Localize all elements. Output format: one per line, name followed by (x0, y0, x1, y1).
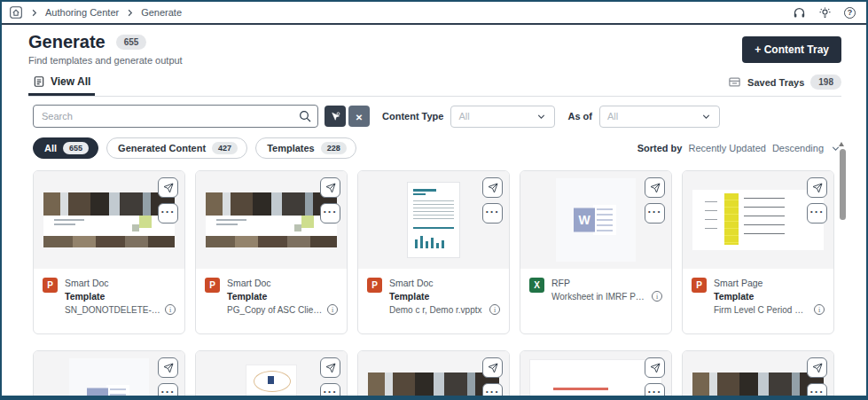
more-options-button[interactable] (320, 383, 340, 400)
thumbnail (368, 373, 499, 400)
filter-pill-all[interactable]: All 655 (33, 137, 98, 159)
ellipsis-icon (648, 387, 662, 400)
idea-icon[interactable] (818, 6, 832, 20)
breadcrumb-authoring-center[interactable]: Authoring Center (45, 7, 119, 18)
home-icon[interactable] (9, 5, 23, 20)
card-grid: P Smart Doc Template SN_DONOTDELETE-KJ_A… (33, 170, 866, 400)
file-type-icon: P (205, 278, 220, 293)
send-to-tray-button[interactable] (482, 357, 503, 378)
pill-label: All (44, 143, 57, 153)
search-input[interactable] (33, 105, 318, 128)
file-row: SN_DONOTDELETE-KJ_ASC Client R... (65, 304, 176, 315)
template-card[interactable] (357, 350, 510, 400)
thumbnail (692, 373, 824, 400)
tabs-row: View All Saved Trays 198 (28, 75, 841, 97)
filter-pill-templates[interactable]: Templates 228 (255, 137, 356, 159)
ellipsis-icon (161, 207, 176, 220)
send-to-tray-button[interactable] (482, 177, 503, 198)
thumbnail-area (683, 351, 833, 400)
headset-icon[interactable] (793, 6, 806, 20)
chevron-right-icon (125, 8, 135, 18)
card-actions (320, 177, 340, 224)
info-icon[interactable] (814, 304, 825, 315)
more-options-button[interactable] (158, 203, 178, 224)
card-actions (482, 177, 503, 224)
send-to-tray-button[interactable] (807, 357, 827, 378)
thumbnail (43, 192, 175, 247)
more-options-button[interactable] (807, 203, 827, 224)
thumbnail (246, 365, 296, 400)
paper-plane-icon (163, 363, 174, 373)
content-type-dropdown[interactable]: All (450, 106, 555, 128)
breadcrumb-bar: Authoring Center Generate (2, 2, 866, 25)
help-icon[interactable] (844, 7, 856, 19)
card-text: Smart Doc Template PG_Copy of ASC Client… (227, 278, 338, 315)
more-options-button[interactable] (482, 383, 503, 400)
sort-control[interactable]: Sorted by Recently Updated Descending (637, 143, 841, 154)
card-info: P Smart Doc Template SN_DONOTDELETE-KJ_A… (34, 269, 184, 322)
more-options-button[interactable] (158, 383, 178, 400)
template-card[interactable] (682, 350, 834, 400)
file-row: Firm Level C Period Commentary.pptx (714, 304, 825, 315)
thumbnail-area (358, 351, 509, 400)
send-to-tray-button[interactable] (645, 357, 665, 378)
ellipsis-icon (324, 207, 338, 220)
card-text: Smart Doc Template SN_DONOTDELETE-KJ_ASC… (65, 278, 176, 315)
vertical-scrollbar[interactable] (840, 149, 846, 220)
card-info: X RFP Worksheet in IMRF Private Credit R… (520, 269, 671, 309)
filter-pill-generated-content[interactable]: Generated Content 427 (106, 137, 247, 159)
file-type-icon: P (43, 278, 58, 293)
info-icon[interactable] (652, 291, 662, 302)
info-icon[interactable] (165, 304, 176, 315)
content-type-value: All (458, 111, 536, 122)
tab-view-all[interactable]: View All (28, 75, 95, 96)
send-to-tray-button[interactable] (645, 177, 665, 198)
thumbnail (408, 183, 459, 257)
send-to-tray-button[interactable] (320, 177, 340, 198)
as-of-value: All (607, 111, 700, 122)
page-subtitle: Find templates and generate output (28, 55, 183, 66)
file-row: PG_Copy of ASC Client Report for CP... (227, 304, 338, 315)
paper-plane-icon (163, 183, 174, 193)
card-actions (320, 357, 340, 400)
filter-pills-row: All 655 Generated Content 427 Templates … (33, 137, 841, 159)
thumbnail-area (196, 351, 347, 400)
search-box (33, 105, 318, 128)
template-card[interactable]: P Smart Doc Template PG_Copy of ASC Clie… (195, 170, 348, 334)
ellipsis-icon (810, 387, 825, 400)
template-card[interactable]: X RFP Worksheet in IMRF Private Credit R… (520, 170, 672, 334)
more-options-button[interactable] (320, 203, 340, 224)
authoring-center-window: Authoring Center Generate (0, 0, 868, 400)
template-card[interactable]: P Smart Page Template Firm Level C Perio… (682, 170, 834, 334)
thumbnail-area (34, 171, 184, 269)
template-card[interactable]: P Smart Doc Template Demo c r, Demo r.vp… (357, 170, 510, 334)
more-options-button[interactable] (807, 383, 827, 400)
template-card[interactable] (33, 350, 185, 400)
more-options-button[interactable] (645, 203, 665, 224)
template-card[interactable] (195, 350, 348, 400)
select-search-button[interactable] (325, 106, 346, 127)
breadcrumb-generate[interactable]: Generate (141, 7, 182, 18)
more-options-button[interactable] (482, 203, 503, 224)
send-to-tray-button[interactable] (320, 357, 340, 378)
saved-trays-link[interactable]: Saved Trays 198 (728, 75, 841, 96)
scrollbar-up-arrow[interactable] (839, 142, 844, 146)
send-to-tray-button[interactable] (158, 357, 178, 378)
send-to-tray-button[interactable] (158, 177, 178, 198)
content-type-label: Smart Page (714, 278, 825, 288)
template-card[interactable] (520, 350, 672, 400)
content-tray-button[interactable]: + Content Tray (742, 36, 841, 63)
send-to-tray-button[interactable] (807, 177, 827, 198)
info-icon[interactable] (489, 304, 500, 315)
search-icon (298, 109, 312, 123)
clear-search-button[interactable] (348, 106, 370, 127)
card-actions (645, 357, 665, 400)
as-of-dropdown[interactable]: All (599, 106, 720, 128)
info-icon[interactable] (327, 304, 338, 315)
template-card[interactable]: P Smart Doc Template SN_DONOTDELETE-KJ_A… (33, 170, 185, 334)
ellipsis-icon (324, 387, 338, 400)
more-options-button[interactable] (645, 383, 665, 400)
as-of-label: As of (567, 111, 592, 122)
select-search-icon (330, 111, 341, 122)
ellipsis-icon (486, 387, 500, 400)
